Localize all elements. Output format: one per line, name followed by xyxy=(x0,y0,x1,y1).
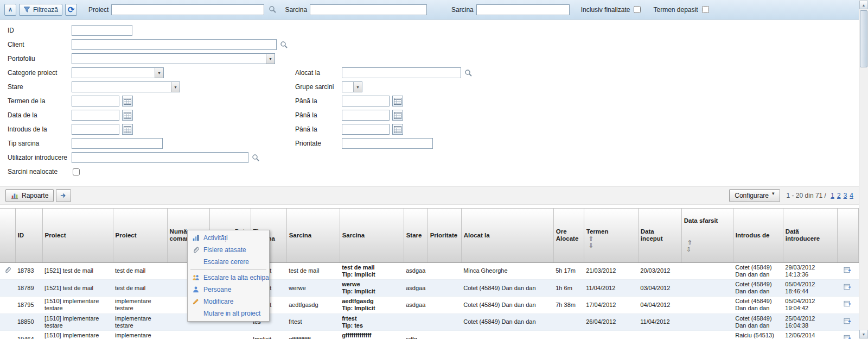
termen-de-la-input[interactable] xyxy=(72,96,119,106)
cell-alocat-la xyxy=(461,331,553,339)
menu-item[interactable]: Fisiere atasate xyxy=(189,244,268,256)
table-row[interactable]: 19464[1510] implementare testareimplemen… xyxy=(0,331,859,339)
col-prioritate[interactable]: Prioritate xyxy=(427,209,461,263)
cell-tip-sarcina: Implicit xyxy=(251,331,286,339)
menu-item[interactable]: Activități xyxy=(189,232,268,244)
calendar-icon[interactable] xyxy=(392,124,403,135)
calendar-icon[interactable] xyxy=(392,110,403,121)
stare-select[interactable]: ▾ xyxy=(72,81,180,92)
toolbar: Rapoarte Configurare ▾ 1 - 20 din 71 / 1… xyxy=(0,186,859,205)
cell-data-sfarsit xyxy=(681,279,733,296)
alocat-la-input[interactable] xyxy=(342,67,461,78)
cell-proiect: implementare testare xyxy=(113,313,167,330)
page-link[interactable]: 4 xyxy=(850,192,853,199)
termen-depasit-checkbox[interactable] xyxy=(702,6,709,13)
sort-asc-icon[interactable]: ⇧ xyxy=(687,239,692,246)
col-ore-alocate[interactable]: Ore Alocate xyxy=(553,209,584,263)
col-data-sfarsit[interactable]: Data sfarsit ⇧ ⇩ xyxy=(681,209,733,263)
scroll-up-icon[interactable]: ▲ xyxy=(859,1,868,9)
menu-item[interactable]: Mutare in alt proiect xyxy=(189,307,268,319)
col-introdus-de[interactable]: Introdus de xyxy=(733,209,783,263)
col-proiect[interactable]: Proiect xyxy=(113,209,167,263)
configurare-button[interactable]: Configurare ▾ xyxy=(729,189,780,202)
categorie-proiect-label: Categorie proiect xyxy=(8,69,72,77)
cell-data-inceput: 11/04/2012 xyxy=(638,313,681,330)
portofoliu-select[interactable]: ▾ xyxy=(72,53,275,64)
sort-desc-icon[interactable]: ⇩ xyxy=(589,242,593,249)
proiect-input[interactable] xyxy=(111,4,264,15)
vertical-scrollbar[interactable]: ▲ ▼ xyxy=(859,0,868,339)
page-link[interactable]: 1 xyxy=(831,192,834,199)
sarcini-nealocate-checkbox[interactable] xyxy=(73,168,80,175)
search-icon[interactable] xyxy=(252,154,260,162)
row-action-icon[interactable] xyxy=(837,331,858,339)
calendar-icon[interactable] xyxy=(122,110,133,121)
menu-item[interactable]: Escalare la alta echipa xyxy=(189,272,268,284)
col-sarcina-detail[interactable]: Sarcina xyxy=(340,209,404,263)
cell-proiect-ref: [1510] implementare testare xyxy=(42,331,113,339)
inclusiv-finalizate-checkbox[interactable] xyxy=(634,6,641,13)
paperclip-icon xyxy=(192,246,200,254)
cell-id: 18795 xyxy=(15,297,42,313)
scrollbar-thumb[interactable] xyxy=(860,10,867,67)
collapse-filters-button[interactable]: ∧ xyxy=(4,4,16,16)
filter-button[interactable]: Filtrează xyxy=(19,4,62,16)
col-stare[interactable]: Stare xyxy=(404,209,427,263)
cell-ore-alocate xyxy=(553,313,584,330)
sarcina-input-2[interactable] xyxy=(476,4,570,15)
table-row[interactable]: 18795[1510] implementare testareimplemen… xyxy=(0,297,859,313)
row-action-icon[interactable] xyxy=(837,279,858,296)
pana-la-input-3[interactable] xyxy=(342,124,390,135)
introdus-de-la-input[interactable] xyxy=(72,124,119,135)
cell-data-introducere: 05/04/2012 18:46:44 xyxy=(783,279,837,296)
table-row[interactable]: 18789[1521] test de mailtest de mailImpl… xyxy=(0,279,859,296)
table-row[interactable]: 18850[1510] implementare testareimplemen… xyxy=(0,313,859,330)
tip-sarcina-input[interactable] xyxy=(72,138,163,149)
sarcina-input-1[interactable] xyxy=(310,4,427,15)
id-input[interactable] xyxy=(72,25,132,36)
page-link[interactable]: 2 xyxy=(837,192,841,199)
utilizator-introducere-input[interactable] xyxy=(72,152,248,163)
prioritate-input[interactable] xyxy=(342,138,433,149)
search-icon[interactable] xyxy=(269,5,277,14)
cell-ore-alocate: 7h 38m xyxy=(553,297,584,313)
filter-topbar: ∧ Filtrează ⟳ Proiect Sarcina Sarcina In… xyxy=(0,0,859,20)
cell-sarcina-detail: frtest Tip: tes xyxy=(340,313,404,330)
grupe-sarcini-select[interactable]: ▾ xyxy=(342,81,362,92)
rapoarte-button[interactable]: Rapoarte xyxy=(5,189,54,202)
export-button[interactable] xyxy=(56,189,71,202)
col-sarcina[interactable]: Sarcina xyxy=(286,209,340,263)
pana-la-input-1[interactable] xyxy=(342,96,390,106)
row-action-icon[interactable] xyxy=(837,297,858,313)
col-alocat-la[interactable]: Alocat la xyxy=(461,209,553,263)
menu-item[interactable]: Modificare xyxy=(189,296,268,307)
client-input[interactable] xyxy=(72,39,277,50)
calendar-icon[interactable] xyxy=(122,124,133,135)
calendar-icon[interactable] xyxy=(122,96,133,106)
sort-desc-icon[interactable]: ⇩ xyxy=(686,246,691,253)
col-data-introducere[interactable]: Dată introducere xyxy=(783,209,837,263)
data-de-la-input[interactable] xyxy=(72,110,119,121)
sort-asc-icon[interactable]: ⇧ xyxy=(589,235,593,242)
table-row[interactable]: 18783[1521] test de mailtest de mailImpl… xyxy=(0,262,859,279)
cell-introdus-de: Cotet (45849) Dan dan dan xyxy=(733,297,783,313)
col-data-inceput[interactable]: Data inceput xyxy=(638,209,681,263)
cell-id: 18783 xyxy=(15,262,42,279)
search-icon[interactable] xyxy=(280,41,288,49)
scroll-down-icon[interactable]: ▼ xyxy=(859,330,868,338)
calendar-icon[interactable] xyxy=(392,96,403,106)
col-termen[interactable]: Termen ⇧ ⇩ xyxy=(584,209,638,263)
menu-item[interactable]: Escalare cerere xyxy=(189,256,268,268)
col-proiect-ref[interactable]: Proiect xyxy=(42,209,113,263)
refresh-button[interactable]: ⟳ xyxy=(65,4,77,16)
search-icon[interactable] xyxy=(464,69,473,77)
menu-item[interactable]: Persoane xyxy=(189,284,268,296)
row-action-icon[interactable] xyxy=(837,313,858,330)
col-id[interactable]: ID xyxy=(15,209,42,263)
pana-la-input-2[interactable] xyxy=(342,110,390,121)
row-action-icon[interactable] xyxy=(837,262,858,279)
utilizator-introducere-label: Utilizator introducere xyxy=(8,154,72,161)
page-link[interactable]: 3 xyxy=(844,192,847,199)
categorie-proiect-select[interactable]: ▾ xyxy=(72,67,164,78)
col-termen-label: Termen xyxy=(586,228,609,235)
